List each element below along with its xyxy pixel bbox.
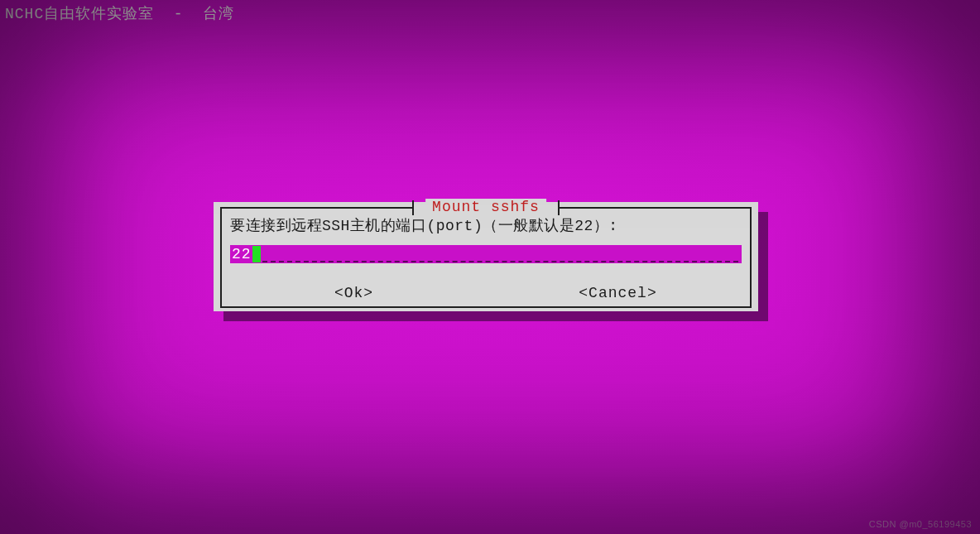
watermark: CSDN @m0_56199453	[869, 519, 972, 529]
input-underline	[262, 246, 738, 262]
mount-sshfs-dialog: Mount sshfs 要连接到远程SSH主机的端口(port)（一般默认是22…	[214, 202, 758, 311]
dialog-frame: Mount sshfs 要连接到远程SSH主机的端口(port)（一般默认是22…	[220, 207, 752, 308]
screen-header-title: NCHC自由软件实验室 - 台湾	[5, 3, 234, 23]
dialog-button-row: <Ok> <Cancel>	[222, 285, 750, 301]
port-input[interactable]: 22	[230, 245, 742, 263]
ok-button[interactable]: <Ok>	[222, 285, 486, 301]
dialog-body: Mount sshfs 要连接到远程SSH主机的端口(port)（一般默认是22…	[214, 202, 758, 311]
port-input-value: 22	[230, 246, 252, 262]
cancel-button[interactable]: <Cancel>	[486, 285, 750, 301]
dialog-prompt: 要连接到远程SSH主机的端口(port)（一般默认是22）:	[230, 215, 742, 235]
frame-title-tick-left	[412, 200, 414, 215]
text-cursor	[252, 246, 261, 262]
frame-title-tick-right	[558, 200, 560, 215]
dialog-title: Mount sshfs	[425, 199, 546, 215]
